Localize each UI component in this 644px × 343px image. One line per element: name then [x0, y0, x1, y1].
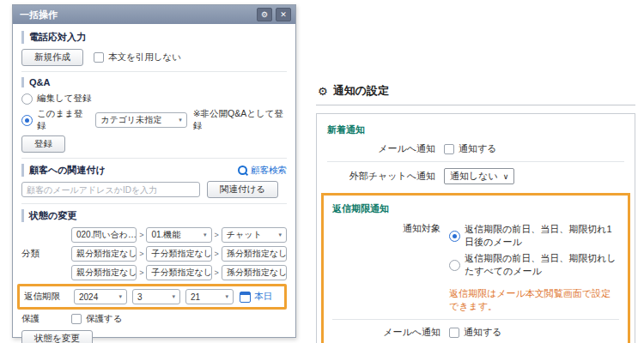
protect-checkbox[interactable] [71, 314, 82, 324]
notification-settings-panel: ⚙ 通知の設定 新着通知 メールへ通知 通知する 外部チャットへ通知 通知しない… [316, 81, 635, 343]
notify-target-row: 通知対象 返信期限の前日、当日、期限切れ1日後のメール 返信期限の前日、当日、期… [332, 221, 619, 280]
qa-register-row: 登録 [21, 135, 287, 153]
status-value: 020.問い合わ… [76, 229, 137, 241]
dropdown-arrow-icon: ▾ [179, 117, 182, 123]
customer-id-input[interactable] [21, 182, 200, 197]
dropdown-arrow-icon: ▾ [278, 232, 282, 238]
dialog-body: 電話応対入力 新規作成 本文を引用しない Q&A 編集して登録 このまま登録 カ… [13, 24, 295, 343]
path-separator: > [139, 268, 143, 277]
gear-icon: ⚙ [261, 11, 268, 19]
phone-entry-row: 新規作成 本文を引用しない [21, 49, 287, 66]
qa-register-button[interactable]: 登録 [21, 135, 65, 153]
create-new-button[interactable]: 新規作成 [21, 49, 83, 66]
classification-row-1: 020.問い合わ… ▾ > 01.機能 ▾ > チャット ▾ [21, 227, 287, 243]
dialog-titlebar[interactable]: 一括操作 ⚙ ✕ [13, 5, 295, 24]
parent-category-value-2: 親分類指定なし [76, 267, 137, 279]
grandchild-category-select[interactable]: 孫分類指定なし ▾ [222, 246, 287, 262]
dropdown-arrow-icon: ▾ [118, 293, 122, 300]
gear-icon: ⚙ [318, 85, 328, 98]
new-notice-chat-row: 外部チャットへ通知 通知しない ∨ [327, 168, 624, 184]
divider [21, 71, 287, 72]
bulk-operation-dialog: 一括操作 ⚙ ✕ 電話応対入力 新規作成 本文を引用しない Q&A 編集して登録 [12, 4, 296, 338]
mail-notify-label: メールへ通知 [327, 142, 444, 155]
qa-category-select[interactable]: カテゴリ未指定 ▾ [95, 112, 186, 128]
dropdown-arrow-icon: ▾ [172, 293, 175, 300]
status-grandchild-select[interactable]: チャット ▾ [222, 227, 287, 243]
target-option-1-radio[interactable] [449, 231, 460, 242]
today-link[interactable]: 本日 [254, 291, 272, 303]
qa-asis-row: このまま登録 カテゴリ未指定 ▾ ※非公開Q&Aとして登録 [21, 108, 287, 132]
deadline-year-select[interactable]: 2024 ▾ [74, 289, 127, 304]
deadline-day-select[interactable]: 21 ▾ [185, 289, 234, 304]
deadline-notice-header: 返信期限通知 [332, 202, 619, 215]
close-button[interactable]: ✕ [276, 8, 291, 21]
section-status-header: 状態の変更 [21, 209, 287, 222]
qa-edit-label: 編集して登録 [37, 93, 92, 105]
associate-button[interactable]: 関連付ける [207, 181, 278, 198]
child-category-select[interactable]: 子分類指定なし ▾ [146, 246, 211, 262]
no-quote-checkbox[interactable] [94, 52, 104, 63]
status-child-select[interactable]: 01.機能 ▾ [146, 227, 211, 243]
grandchild-category-select-2[interactable]: 孫分類指定なし ▾ [222, 265, 287, 280]
new-notice-chat-value: 通知しない [450, 170, 498, 183]
divider [21, 203, 287, 204]
reply-deadline-label: 返信期限 [24, 291, 74, 303]
new-notice-mail-row: メールへ通知 通知する [327, 142, 624, 155]
deadline-setting-note: 返信期限はメール本文閲覧画面で設定できます。 [449, 287, 619, 313]
deadline-day-value: 21 [191, 292, 200, 302]
target-option-2-radio[interactable] [449, 260, 460, 271]
screen: 一括操作 ⚙ ✕ 電話応対入力 新規作成 本文を引用しない Q&A 編集して登録 [0, 0, 644, 343]
section-phone-entry-header: 電話応対入力 [21, 31, 287, 44]
status-select[interactable]: 020.問い合わ… ▾ [71, 227, 137, 243]
customer-search-link[interactable]: 顧客検索 [238, 165, 287, 177]
deadline-month-select[interactable]: 3 ▾ [132, 289, 180, 304]
protect-label: 保護 [21, 313, 71, 325]
new-notice-mail-checkbox[interactable] [444, 144, 454, 154]
child-category-value: 子分類指定なし [151, 248, 211, 260]
path-separator: > [139, 250, 143, 258]
close-icon: ✕ [280, 11, 287, 19]
customer-search-label: 顧客検索 [251, 165, 287, 177]
customer-input-row: 関連付ける [21, 181, 287, 198]
search-icon [238, 165, 247, 175]
protect-row: 保護 保護する [21, 313, 287, 325]
qa-private-note: ※非公開Q&Aとして登録 [193, 108, 287, 132]
target-option-2: 返信期限の前日、当日、期限切れしたすべてのメール [449, 252, 619, 278]
status-grandchild-value: チャット [227, 229, 262, 241]
dialog-title: 一括操作 [20, 9, 58, 21]
qa-asis-radio[interactable] [21, 115, 33, 126]
no-quote-label: 本文を引用しない [108, 51, 181, 63]
path-separator: > [215, 268, 219, 277]
qa-edit-radio[interactable] [21, 93, 33, 105]
new-notice-chat-select[interactable]: 通知しない ∨ [444, 168, 514, 184]
new-notice-mail-checkbox-label: 通知する [459, 142, 497, 155]
calendar-icon[interactable] [240, 292, 251, 303]
customer-header-row: 顧客への関連付け 顧客検索 [21, 164, 287, 177]
parent-category-select-2[interactable]: 親分類指定なし ▾ [71, 265, 137, 280]
classification-row-3: 親分類指定なし ▾ > 子分類指定なし ▾ > 孫分類指定なし ▾ [21, 265, 287, 280]
qa-category-value: カテゴリ未指定 [100, 114, 161, 126]
dropdown-arrow-icon: ▾ [204, 232, 207, 238]
grandchild-category-value: 孫分類指定なし [227, 248, 287, 260]
settings-button[interactable]: ⚙ [257, 8, 272, 21]
notify-target-label: 通知対象 [332, 222, 449, 235]
parent-category-select[interactable]: 親分類指定なし ▾ [71, 246, 137, 262]
target-option-2-label: 返信期限の前日、当日、期限切れしたすべてのメール [465, 252, 619, 278]
qa-asis-label: このまま登録 [37, 108, 88, 132]
mail-notify-label: メールへ通知 [332, 326, 449, 339]
change-status-button[interactable]: 状態を変更 [21, 330, 93, 343]
settings-header: ⚙ 通知の設定 [316, 81, 635, 105]
parent-category-value: 親分類指定なし [76, 248, 137, 260]
section-qa-header: Q&A [21, 77, 287, 87]
settings-box: 新着通知 メールへ通知 通知する 外部チャットへ通知 通知しない ∨ 返信期限通… [316, 113, 635, 343]
deadline-year-value: 2024 [79, 292, 98, 302]
chevron-down-icon: ∨ [503, 172, 509, 181]
status-child-value: 01.機能 [151, 229, 180, 241]
target-option-1: 返信期限の前日、当日、期限切れ1日後のメール [449, 223, 619, 249]
deadline-mail-checkbox[interactable] [449, 328, 459, 338]
grandchild-category-value-2: 孫分類指定なし [227, 267, 287, 279]
target-option-1-label: 返信期限の前日、当日、期限切れ1日後のメール [465, 223, 619, 249]
child-category-select-2[interactable]: 子分類指定なし ▾ [146, 265, 211, 280]
path-separator: > [215, 250, 219, 258]
row-divider [332, 319, 619, 320]
